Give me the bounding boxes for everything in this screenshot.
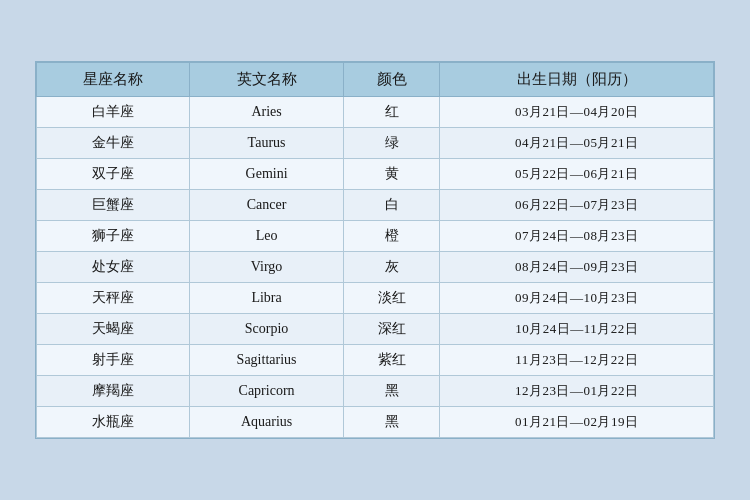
cell-english-name: Virgo [190, 252, 343, 283]
table-row: 天蝎座Scorpio深红10月24日—11月22日 [37, 314, 714, 345]
table-row: 金牛座Taurus绿04月21日—05月21日 [37, 128, 714, 159]
cell-english-name: Cancer [190, 190, 343, 221]
cell-color: 淡红 [343, 283, 440, 314]
cell-color: 黄 [343, 159, 440, 190]
cell-english-name: Leo [190, 221, 343, 252]
table-row: 双子座Gemini黄05月22日—06月21日 [37, 159, 714, 190]
cell-color: 黑 [343, 376, 440, 407]
cell-english-name: Capricorn [190, 376, 343, 407]
cell-dates: 05月22日—06月21日 [440, 159, 714, 190]
zodiac-table: 星座名称 英文名称 颜色 出生日期（阳历） 白羊座Aries红03月21日—04… [36, 62, 714, 438]
cell-chinese-name: 射手座 [37, 345, 190, 376]
cell-dates: 07月24日—08月23日 [440, 221, 714, 252]
cell-chinese-name: 巨蟹座 [37, 190, 190, 221]
cell-color: 黑 [343, 407, 440, 438]
cell-english-name: Taurus [190, 128, 343, 159]
table-row: 狮子座Leo橙07月24日—08月23日 [37, 221, 714, 252]
cell-color: 绿 [343, 128, 440, 159]
cell-dates: 04月21日—05月21日 [440, 128, 714, 159]
cell-dates: 01月21日—02月19日 [440, 407, 714, 438]
cell-english-name: Scorpio [190, 314, 343, 345]
cell-dates: 12月23日—01月22日 [440, 376, 714, 407]
table-row: 天秤座Libra淡红09月24日—10月23日 [37, 283, 714, 314]
cell-color: 橙 [343, 221, 440, 252]
cell-dates: 03月21日—04月20日 [440, 97, 714, 128]
cell-chinese-name: 白羊座 [37, 97, 190, 128]
table-row: 白羊座Aries红03月21日—04月20日 [37, 97, 714, 128]
table-row: 巨蟹座Cancer白06月22日—07月23日 [37, 190, 714, 221]
cell-dates: 11月23日—12月22日 [440, 345, 714, 376]
cell-chinese-name: 摩羯座 [37, 376, 190, 407]
cell-english-name: Aries [190, 97, 343, 128]
cell-chinese-name: 双子座 [37, 159, 190, 190]
cell-dates: 06月22日—07月23日 [440, 190, 714, 221]
cell-chinese-name: 金牛座 [37, 128, 190, 159]
cell-color: 灰 [343, 252, 440, 283]
cell-chinese-name: 天秤座 [37, 283, 190, 314]
cell-english-name: Sagittarius [190, 345, 343, 376]
cell-english-name: Aquarius [190, 407, 343, 438]
cell-dates: 09月24日—10月23日 [440, 283, 714, 314]
cell-chinese-name: 狮子座 [37, 221, 190, 252]
cell-chinese-name: 处女座 [37, 252, 190, 283]
header-dates: 出生日期（阳历） [440, 63, 714, 97]
table-row: 摩羯座Capricorn黑12月23日—01月22日 [37, 376, 714, 407]
cell-color: 白 [343, 190, 440, 221]
header-color: 颜色 [343, 63, 440, 97]
table-row: 射手座Sagittarius紫红11月23日—12月22日 [37, 345, 714, 376]
header-english-name: 英文名称 [190, 63, 343, 97]
cell-chinese-name: 水瓶座 [37, 407, 190, 438]
table-header-row: 星座名称 英文名称 颜色 出生日期（阳历） [37, 63, 714, 97]
table-row: 处女座Virgo灰08月24日—09月23日 [37, 252, 714, 283]
header-chinese-name: 星座名称 [37, 63, 190, 97]
cell-color: 深红 [343, 314, 440, 345]
cell-english-name: Gemini [190, 159, 343, 190]
table-row: 水瓶座Aquarius黑01月21日—02月19日 [37, 407, 714, 438]
zodiac-table-container: 星座名称 英文名称 颜色 出生日期（阳历） 白羊座Aries红03月21日—04… [35, 61, 715, 439]
cell-english-name: Libra [190, 283, 343, 314]
cell-chinese-name: 天蝎座 [37, 314, 190, 345]
cell-dates: 10月24日—11月22日 [440, 314, 714, 345]
cell-color: 紫红 [343, 345, 440, 376]
cell-color: 红 [343, 97, 440, 128]
cell-dates: 08月24日—09月23日 [440, 252, 714, 283]
